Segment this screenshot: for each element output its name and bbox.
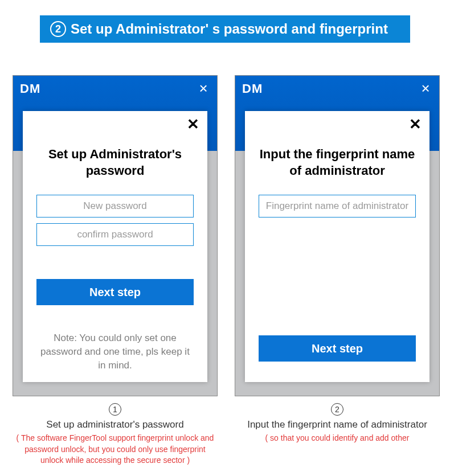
modal-close-button[interactable]: ✕ <box>186 117 201 132</box>
fingerprint-modal: ✕ Input the fingerprint name of administ… <box>245 111 429 382</box>
window-close-button[interactable]: × <box>195 80 211 96</box>
caption-number: 2 <box>331 403 343 416</box>
caption-number: 1 <box>109 403 121 416</box>
window-close-button[interactable]: × <box>418 80 433 96</box>
app-window-right: DM × ✕ Input the fingerprint name of adm… <box>235 75 440 396</box>
password-modal: ✕ Set up Administrator's password Next s… <box>23 111 207 382</box>
caption-note: ( The software FingerTool support finger… <box>13 433 218 466</box>
step-banner: 2 Set up Administrator' s password and f… <box>40 15 410 43</box>
caption-left: 1 Set up administrator's password ( The … <box>13 403 218 466</box>
banner-text: Set up Administrator' s password and fin… <box>71 21 388 37</box>
password-note: Note: You could only set one password an… <box>36 331 194 372</box>
caption-note: ( so that you could identify and add oth… <box>235 433 440 444</box>
confirm-password-input[interactable] <box>36 223 194 246</box>
dm-logo: DM <box>20 81 40 96</box>
dm-logo: DM <box>242 81 263 96</box>
next-step-button[interactable]: Next step <box>259 335 416 362</box>
caption-main: Set up administrator's password <box>13 419 218 430</box>
new-password-input[interactable] <box>36 195 194 218</box>
modal-title: Set up Administrator's password <box>36 146 194 179</box>
caption-main: Input the fingerprint name of administra… <box>235 419 440 430</box>
modal-title: Input the fingerprint name of administra… <box>259 146 416 179</box>
app-window-left: DM × ✕ Set up Administrator's password N… <box>13 75 218 396</box>
banner-number: 2 <box>50 21 66 37</box>
caption-right: 2 Input the fingerprint name of administ… <box>235 403 440 444</box>
fingerprint-name-input[interactable] <box>259 195 416 218</box>
next-step-button[interactable]: Next step <box>36 279 194 305</box>
modal-close-button[interactable]: ✕ <box>408 117 423 132</box>
